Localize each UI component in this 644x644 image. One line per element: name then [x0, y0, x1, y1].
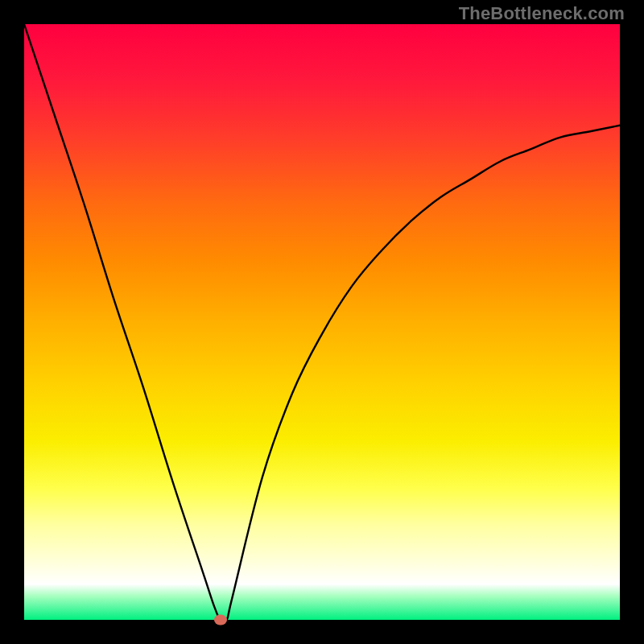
- bottleneck-curve: [24, 24, 620, 620]
- watermark-text: TheBottleneck.com: [459, 3, 625, 24]
- minimum-marker: [214, 615, 227, 625]
- chart-frame: TheBottleneck.com: [0, 0, 644, 644]
- plot-area: [24, 24, 620, 620]
